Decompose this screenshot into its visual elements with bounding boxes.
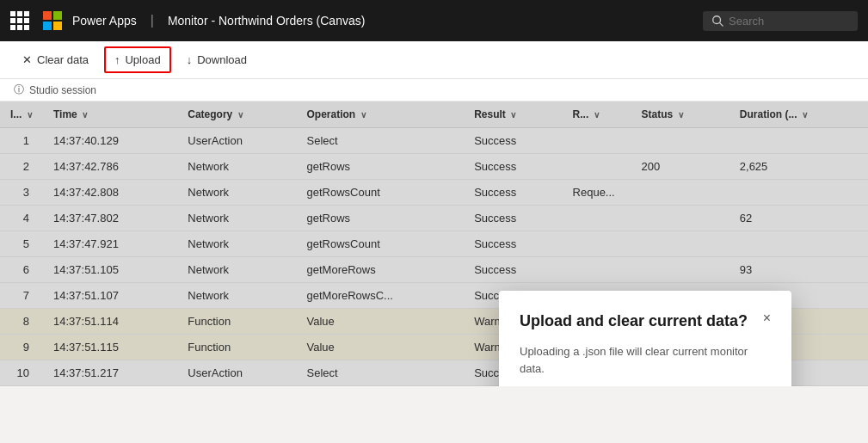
microsoft-logo [43, 11, 62, 30]
svg-line-5 [720, 23, 723, 27]
table-container: I... ∨ Time ∨ Category ∨ Operation ∨ Res… [0, 102, 868, 386]
download-label: Download [197, 53, 247, 66]
dialog-header: Upload and clear current data? × [520, 311, 771, 331]
clear-data-label: Clear data [37, 53, 89, 66]
download-button[interactable]: ↓ Download [178, 48, 255, 71]
svg-rect-3 [53, 22, 62, 30]
upload-dialog: Upload and clear current data? × Uploadi… [499, 291, 791, 386]
session-info-icon: ⓘ [14, 83, 24, 97]
clear-x-icon: ✕ [22, 53, 32, 66]
dialog-body: Uploading a .json file will clear curren… [520, 343, 771, 377]
session-label: Studio session [29, 84, 96, 96]
page-title: Monitor - Northwind Orders (Canvas) [168, 14, 366, 28]
svg-rect-0 [43, 11, 52, 20]
dialog-title: Upload and clear current data? [520, 311, 748, 331]
upload-label: Upload [125, 53, 160, 66]
search-box[interactable] [703, 11, 858, 31]
search-input[interactable] [729, 15, 849, 28]
svg-rect-2 [43, 22, 52, 30]
svg-rect-1 [53, 11, 62, 20]
apps-grid-icon[interactable] [10, 11, 29, 30]
toolbar: ✕ Clear data ↑ Upload ↓ Download [0, 41, 868, 79]
search-icon [711, 15, 723, 27]
download-arrow-icon: ↓ [187, 53, 193, 66]
session-bar: ⓘ Studio session [0, 79, 868, 102]
topbar: Power Apps | Monitor - Northwind Orders … [0, 0, 868, 41]
title-separator: | [151, 13, 154, 28]
app-name: Power Apps [72, 14, 137, 28]
clear-data-button[interactable]: ✕ Clear data [14, 48, 97, 71]
upload-button[interactable]: ↑ Upload [104, 46, 171, 73]
dialog-close-button[interactable]: × [763, 311, 771, 325]
upload-arrow-icon: ↑ [114, 53, 120, 66]
